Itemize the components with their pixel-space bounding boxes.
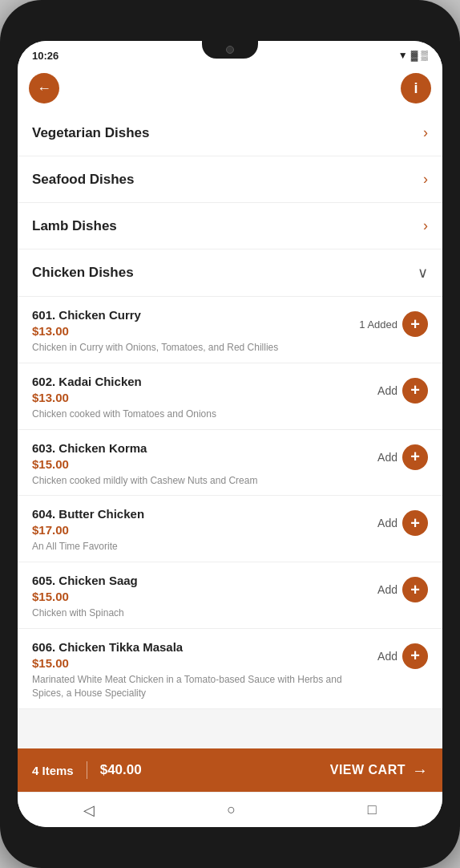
category-vegetarian-arrow: › (423, 124, 428, 141)
phone-outer: 10:26 ▼ ▓ ▒ ← i Vegetarian Dishes › (0, 0, 460, 868)
content-area[interactable]: Vegetarian Dishes › Seafood Dishes › Lam… (18, 110, 442, 748)
signal-icon: ▓ (411, 50, 418, 61)
menu-item-605-add-icon: + (410, 582, 420, 598)
menu-item-604-desc: An All Time Favorite (32, 540, 371, 554)
phone-inner: 10:26 ▼ ▓ ▒ ← i Vegetarian Dishes › (18, 41, 442, 827)
view-cart-button[interactable]: VIEW CART → (330, 761, 428, 780)
nav-recent-icon[interactable]: □ (368, 801, 377, 818)
menu-item-604-add-btn[interactable]: + (402, 510, 428, 536)
menu-item-604-left: 604. Butter Chicken $17.00 An All Time F… (32, 507, 371, 554)
menu-item-604-price: $17.00 (32, 523, 371, 537)
category-vegetarian-label: Vegetarian Dishes (32, 125, 149, 141)
menu-item-606-name: 606. Chicken Tikka Masala (32, 640, 371, 654)
menu-item-602-right: Add + (377, 378, 428, 404)
menu-item-606-left: 606. Chicken Tikka Masala $15.00 Marinat… (32, 640, 371, 700)
menu-item-601-price: $13.00 (32, 324, 353, 338)
menu-item-604-add-icon: + (410, 515, 420, 531)
menu-item-604: 604. Butter Chicken $17.00 An All Time F… (18, 496, 442, 562)
info-button[interactable]: i (401, 73, 431, 103)
menu-item-606: 606. Chicken Tikka Masala $15.00 Marinat… (18, 629, 442, 709)
menu-item-602-add-label: Add (377, 384, 397, 397)
menu-item-601: 601. Chicken Curry $13.00 Chicken in Cur… (18, 297, 442, 363)
menu-item-605-add-btn[interactable]: + (402, 577, 428, 602)
menu-item-602-price: $13.00 (32, 391, 371, 404)
category-seafood-arrow: › (423, 171, 428, 188)
menu-item-605-right: Add + (377, 577, 428, 602)
cart-items-count: 4 Items (32, 764, 74, 777)
menu-item-605-left: 605. Chicken Saag $15.00 Chicken with Sp… (32, 574, 371, 620)
menu-item-603-right: Add + (377, 444, 428, 470)
menu-item-601-left: 601. Chicken Curry $13.00 Chicken in Cur… (32, 308, 353, 355)
notch-camera (226, 46, 234, 54)
category-chicken-arrow: ∨ (418, 264, 428, 282)
back-button[interactable]: ← (29, 73, 59, 103)
status-bar: 10:26 ▼ ▓ ▒ (18, 41, 442, 67)
menu-item-603-price: $15.00 (32, 457, 371, 471)
category-seafood[interactable]: Seafood Dishes › (18, 156, 442, 203)
battery-icon: ▒ (421, 50, 428, 61)
menu-item-605: 605. Chicken Saag $15.00 Chicken with Sp… (18, 562, 442, 629)
nav-back-icon[interactable]: ◁ (83, 801, 95, 819)
menu-item-602-left: 602. Kadai Chicken $13.00 Chicken cooked… (32, 375, 371, 421)
menu-item-603-name: 603. Chicken Korma (32, 441, 371, 455)
app-header: ← i (18, 67, 442, 110)
menu-item-604-add-label: Add (377, 517, 397, 529)
cart-divider (87, 761, 87, 779)
menu-item-602-name: 602. Kadai Chicken (32, 375, 371, 388)
category-chicken-label: Chicken Dishes (32, 265, 134, 281)
category-lamb-arrow: › (423, 217, 428, 234)
menu-item-601-right: 1 Added + (359, 311, 428, 337)
menu-item-605-add-label: Add (377, 583, 397, 596)
menu-item-601-name: 601. Chicken Curry (32, 308, 353, 322)
menu-item-603-add-label: Add (377, 451, 397, 464)
menu-item-603-add-btn[interactable]: + (402, 444, 428, 470)
category-lamb-label: Lamb Dishes (32, 218, 117, 234)
menu-item-606-add-icon: + (410, 647, 420, 663)
menu-item-606-right: Add + (377, 643, 428, 669)
menu-item-601-add-icon: + (410, 316, 420, 332)
cart-total: $40.00 (100, 762, 142, 778)
cart-bar[interactable]: 4 Items $40.00 VIEW CART → (18, 748, 442, 792)
bottom-nav: ◁ ○ □ (18, 792, 442, 827)
back-icon: ← (37, 80, 51, 97)
category-vegetarian[interactable]: Vegetarian Dishes › (18, 110, 442, 156)
menu-item-602-desc: Chicken cooked with Tomatoes and Onions (32, 408, 371, 421)
menu-item-603-add-icon: + (410, 448, 420, 464)
wifi-icon: ▼ (398, 50, 408, 61)
menu-item-605-desc: Chicken with Spinach (32, 606, 371, 620)
menu-item-606-add-btn[interactable]: + (402, 643, 428, 669)
menu-item-603: 603. Chicken Korma $15.00 Chicken cooked… (18, 430, 442, 497)
notch (202, 41, 258, 59)
menu-item-605-name: 605. Chicken Saag (32, 574, 371, 587)
menu-item-603-left: 603. Chicken Korma $15.00 Chicken cooked… (32, 441, 371, 488)
menu-item-602-add-btn[interactable]: + (402, 378, 428, 404)
cart-left: 4 Items $40.00 (32, 761, 142, 779)
menu-item-603-desc: Chicken cooked mildly with Cashew Nuts a… (32, 474, 371, 488)
menu-item-606-price: $15.00 (32, 656, 371, 670)
status-time: 10:26 (32, 50, 59, 62)
menu-item-601-add-btn[interactable]: + (402, 311, 428, 337)
cart-arrow-icon: → (412, 761, 428, 780)
menu-item-604-right: Add + (377, 510, 428, 536)
menu-item-606-add-label: Add (377, 650, 397, 663)
menu-item-601-added: 1 Added (359, 318, 397, 331)
category-chicken[interactable]: Chicken Dishes ∨ (18, 249, 442, 297)
status-icons: ▼ ▓ ▒ (398, 50, 428, 61)
category-lamb[interactable]: Lamb Dishes › (18, 203, 442, 249)
info-icon: i (414, 80, 418, 97)
menu-item-604-name: 604. Butter Chicken (32, 507, 371, 521)
menu-item-602-add-icon: + (410, 382, 420, 398)
menu-item-601-desc: Chicken in Curry with Onions, Tomatoes, … (32, 341, 353, 355)
menu-item-602: 602. Kadai Chicken $13.00 Chicken cooked… (18, 363, 442, 430)
category-seafood-label: Seafood Dishes (32, 172, 135, 188)
menu-item-605-price: $15.00 (32, 590, 371, 603)
menu-item-606-desc: Marinated White Meat Chicken in a Tomato… (32, 673, 371, 700)
nav-home-icon[interactable]: ○ (227, 801, 236, 818)
view-cart-label: VIEW CART (330, 763, 406, 777)
